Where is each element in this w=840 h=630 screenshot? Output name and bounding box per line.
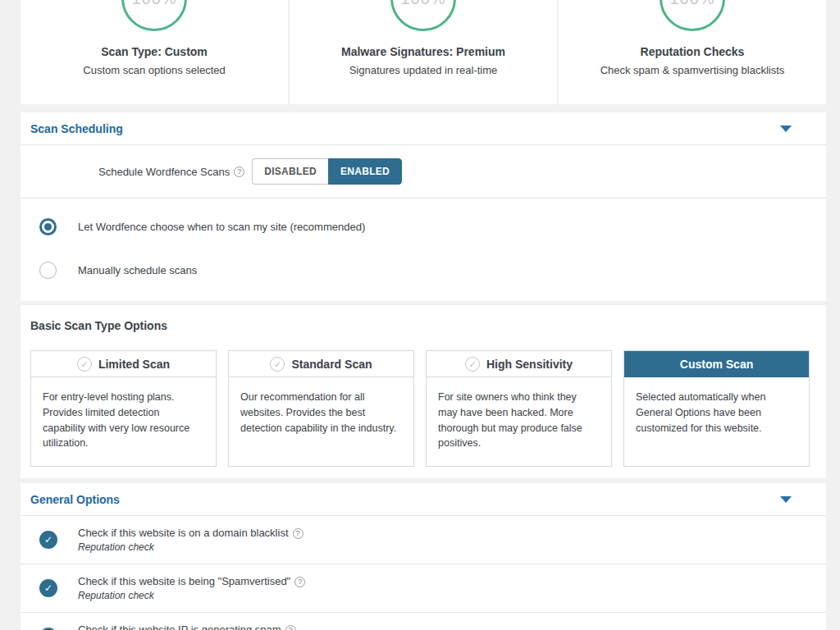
chevron-down-icon[interactable] (780, 496, 792, 503)
check-circle-icon: ✓ (77, 357, 92, 372)
schedule-toggle-row: Schedule Wordfence Scans ? DISABLED ENAB… (21, 145, 826, 199)
general-options-header[interactable]: General Options (21, 483, 826, 516)
radio-row-manual-schedule[interactable]: Manually schedule scans (21, 253, 826, 288)
scan-type-card-description: For site owners who think they may have … (427, 377, 611, 466)
check-circle-icon: ✓ (465, 357, 480, 372)
scan-summary-row: 100% Scan Type: Custom Custom scan optio… (21, 0, 826, 104)
option-label-text: Check if this website IP is generating s… (78, 623, 281, 630)
summary-subtitle: Check spam & spamvertising blacklists (559, 64, 826, 76)
option-row-spamvertised: ✓ Check if this website is being "Spamve… (21, 564, 826, 613)
section-title: Scan Scheduling (30, 122, 123, 135)
option-label-text: Check if this website is being "Spamvert… (78, 575, 290, 587)
help-icon[interactable]: ? (234, 167, 244, 177)
option-label: Check if this website is being "Spamvert… (78, 575, 305, 587)
summary-card-scan-type: 100% Scan Type: Custom Custom scan optio… (21, 0, 288, 104)
scan-type-card-header[interactable]: ✓ High Sensitivity (427, 351, 611, 377)
basic-scan-type-title: Basic Scan Type Options (30, 319, 810, 332)
schedule-segmented-toggle: DISABLED ENABLED (252, 158, 402, 185)
option-label-text: Check if this website is on a domain bla… (78, 527, 289, 539)
scan-type-card-header[interactable]: ✓ Limited Scan (31, 351, 216, 377)
schedule-mode-options: Let Wordfence choose when to scan my sit… (21, 199, 826, 301)
radio-selected-icon[interactable] (39, 218, 57, 235)
summary-card-malware-signatures: 100% Malware Signatures: Premium Signatu… (290, 0, 557, 104)
check-circle-icon: ✓ (270, 357, 285, 372)
scan-scheduling-header[interactable]: Scan Scheduling (21, 112, 826, 145)
progress-percent: 100% (400, 0, 445, 8)
progress-percent: 100% (669, 0, 714, 8)
progress-ring: 100% (660, 0, 725, 31)
option-label: Check if this website IP is generating s… (78, 623, 296, 630)
scan-type-card-description: Selected automatically when General Opti… (624, 377, 809, 450)
option-text: Check if this website IP is generating s… (78, 623, 296, 630)
progress-ring: 100% (390, 0, 456, 31)
summary-subtitle: Signatures updated in real-time (290, 64, 557, 76)
summary-subtitle: Custom scan options selected (21, 64, 288, 76)
option-row-ip-generating-spam: ✓ Check if this website IP is generating… (21, 613, 826, 630)
summary-card-reputation-checks: 100% Reputation Checks Check spam & spam… (559, 0, 826, 104)
radio-label: Manually schedule scans (78, 264, 197, 276)
help-icon[interactable]: ? (294, 577, 305, 587)
section-title: General Options (30, 493, 120, 506)
summary-title: Scan Type: Custom (21, 45, 288, 58)
scan-type-card-title: Limited Scan (98, 358, 170, 371)
scan-type-card-description: For entry-level hosting plans. Provides … (31, 377, 216, 466)
scan-scheduling-section: Scan Scheduling Schedule Wordfence Scans… (21, 112, 826, 301)
general-options-section: General Options ✓ Check if this website … (21, 483, 826, 630)
scan-type-card-title: Standard Scan (291, 358, 372, 371)
scan-type-card-header-active[interactable]: Custom Scan (624, 351, 809, 377)
schedule-toggle-label: Schedule Wordfence Scans (98, 166, 230, 178)
radio-row-auto-schedule[interactable]: Let Wordfence choose when to scan my sit… (21, 209, 826, 244)
option-label: Check if this website is on a domain bla… (78, 527, 304, 539)
checkbox-checked-icon[interactable]: ✓ (39, 579, 57, 597)
option-text: Check if this website is on a domain bla… (78, 527, 304, 553)
progress-ring: 100% (121, 0, 187, 31)
scan-type-grid: ✓ Limited Scan For entry-level hosting p… (30, 350, 810, 467)
help-icon[interactable]: ? (285, 625, 296, 630)
scan-type-card-header[interactable]: ✓ Standard Scan (229, 351, 413, 377)
progress-percent: 100% (131, 0, 176, 8)
option-text: Check if this website is being "Spamvert… (78, 575, 305, 601)
scan-options-page: 100% Scan Type: Custom Custom scan optio… (21, 0, 826, 630)
summary-title: Malware Signatures: Premium (290, 45, 557, 58)
scan-type-card-custom[interactable]: Custom Scan Selected automatically when … (623, 350, 810, 467)
scan-type-card-title: High Sensitivity (486, 358, 573, 371)
scan-type-card-standard[interactable]: ✓ Standard Scan Our recommendation for a… (228, 350, 414, 467)
radio-label: Let Wordfence choose when to scan my sit… (78, 221, 365, 233)
summary-title: Reputation Checks (559, 45, 826, 58)
option-sublabel: Reputation check (78, 590, 305, 601)
radio-dot (44, 223, 52, 231)
checkbox-checked-icon[interactable]: ✓ (39, 531, 57, 549)
scan-type-card-title: Custom Scan (680, 358, 753, 371)
scan-type-card-limited[interactable]: ✓ Limited Scan For entry-level hosting p… (30, 350, 217, 467)
help-icon[interactable]: ? (293, 528, 304, 539)
chevron-down-icon[interactable] (780, 126, 792, 132)
basic-scan-type-section: Basic Scan Type Options ✓ Limited Scan F… (21, 305, 826, 478)
disabled-button[interactable]: DISABLED (252, 158, 328, 185)
option-row-domain-blacklist: ✓ Check if this website is on a domain b… (21, 516, 826, 564)
enabled-button[interactable]: ENABLED (328, 158, 402, 185)
radio-unselected-icon[interactable] (39, 262, 57, 279)
option-sublabel: Reputation check (78, 541, 304, 553)
scan-type-card-high-sensitivity[interactable]: ✓ High Sensitivity For site owners who t… (426, 350, 612, 467)
scan-type-card-description: Our recommendation for all websites. Pro… (229, 377, 413, 450)
